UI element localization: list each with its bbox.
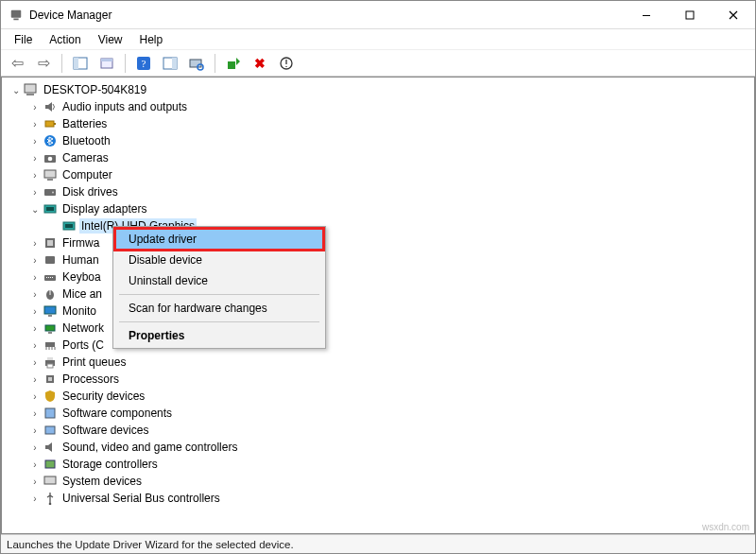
firmware-icon: [42, 235, 59, 251]
expand-icon[interactable]: ›: [28, 374, 42, 385]
toolbar: ? ✖: [1, 50, 755, 77]
context-menu-item-label: Disable device: [129, 253, 202, 267]
svg-rect-30: [65, 224, 73, 228]
tree-node-label: Sound, video and game controllers: [60, 440, 239, 455]
scan-hardware-toolbar-button[interactable]: [186, 53, 207, 74]
tree-node-swdevices[interactable]: › Software devices: [9, 422, 754, 439]
tree-node-system[interactable]: › System devices: [9, 473, 754, 490]
disable-device-toolbar-button[interactable]: ✖: [249, 53, 270, 74]
expand-icon[interactable]: ›: [28, 289, 42, 300]
svg-rect-12: [190, 60, 201, 67]
svg-rect-2: [643, 15, 650, 16]
context-menu-item-label: Properties: [129, 329, 184, 342]
svg-rect-41: [44, 306, 56, 314]
expand-icon[interactable]: ›: [28, 323, 42, 334]
menu-view[interactable]: View: [91, 31, 130, 48]
expand-icon[interactable]: ›: [28, 357, 42, 368]
expand-icon[interactable]: ›: [28, 136, 42, 147]
expand-icon[interactable]: ›: [28, 187, 42, 198]
help-toolbar-button[interactable]: ?: [133, 53, 154, 74]
tree-node-processors[interactable]: › Processors: [9, 371, 754, 388]
context-menu-disable-device[interactable]: Disable device: [115, 250, 323, 270]
expand-icon[interactable]: ›: [28, 272, 42, 283]
svg-rect-23: [44, 170, 56, 178]
menu-help[interactable]: Help: [132, 31, 171, 48]
expand-icon[interactable]: ›: [28, 442, 42, 453]
tree-node-label: Display adapters: [60, 201, 148, 216]
software-device-icon: [42, 423, 59, 438]
expand-icon[interactable]: ›: [28, 493, 42, 504]
svg-rect-1: [13, 18, 18, 20]
device-tree[interactable]: ⌄ DESKTOP-504K819 › Audio inputs and out…: [1, 77, 755, 534]
system-device-icon: [42, 474, 59, 489]
context-menu-properties[interactable]: Properties: [115, 325, 323, 346]
statusbar: Launches the Update Driver Wizard for th…: [1, 534, 755, 553]
expand-icon[interactable]: ›: [28, 408, 42, 419]
context-menu-update-driver[interactable]: Update driver: [115, 229, 323, 250]
context-menu: Update driver Disable device Uninstall d…: [112, 226, 326, 349]
maximize-button[interactable]: [668, 1, 712, 28]
context-menu-scan-hardware[interactable]: Scan for hardware changes: [115, 298, 323, 319]
port-icon: [42, 338, 59, 353]
tree-node-cameras[interactable]: › Cameras: [9, 149, 754, 166]
expand-icon[interactable]: ›: [28, 102, 42, 113]
update-driver-toolbar-button[interactable]: [223, 53, 244, 74]
tree-node-security[interactable]: › Security devices: [9, 388, 754, 405]
svg-rect-36: [48, 277, 49, 278]
tree-node-bluetooth[interactable]: › Bluetooth: [9, 132, 754, 149]
close-button[interactable]: [712, 1, 755, 28]
properties-toolbar-button[interactable]: [96, 53, 117, 74]
tree-node-displayadapters[interactable]: ⌄ Display adapters: [9, 200, 754, 217]
security-icon: [42, 389, 59, 404]
uninstall-device-toolbar-button[interactable]: [276, 53, 297, 74]
forward-button[interactable]: [33, 53, 54, 74]
action-pane-toolbar-button[interactable]: [160, 53, 180, 74]
tree-node-computer[interactable]: › Computer: [9, 166, 754, 183]
expand-icon[interactable]: ›: [28, 119, 42, 130]
expand-icon[interactable]: ›: [28, 425, 42, 436]
expand-icon[interactable]: ›: [28, 170, 42, 181]
disk-icon: [42, 184, 59, 199]
svg-rect-19: [54, 123, 56, 125]
collapse-icon[interactable]: ⌄: [28, 204, 42, 215]
app-icon: [9, 8, 24, 23]
tree-node-usb[interactable]: › Universal Serial Bus controllers: [9, 490, 754, 507]
tree-node-storage[interactable]: › Storage controllers: [9, 456, 754, 473]
computer-icon: [42, 167, 59, 182]
tree-node-label: Monito: [60, 303, 98, 319]
expand-icon[interactable]: ›: [28, 391, 42, 402]
show-hide-console-tree-button[interactable]: [70, 53, 91, 74]
sound-icon: [42, 440, 59, 455]
context-menu-uninstall-device[interactable]: Uninstall device: [115, 270, 323, 291]
expand-icon[interactable]: ›: [28, 459, 42, 470]
tree-node-printqueues[interactable]: › Print queues: [9, 354, 754, 371]
tree-root[interactable]: ⌄ DESKTOP-504K819: [9, 81, 754, 98]
back-button[interactable]: [7, 53, 27, 74]
svg-rect-35: [46, 277, 47, 278]
tree-node-swcomponents[interactable]: › Software components: [9, 405, 754, 422]
svg-rect-14: [228, 61, 235, 69]
tree-node-diskdrives[interactable]: › Disk drives: [9, 183, 754, 200]
cpu-icon: [42, 372, 59, 387]
display-adapter-icon: [42, 201, 59, 216]
collapse-icon[interactable]: ⌄: [9, 85, 23, 95]
menu-action[interactable]: Action: [42, 31, 88, 48]
expand-icon[interactable]: ›: [28, 238, 42, 249]
expand-icon[interactable]: ›: [28, 255, 42, 266]
tree-node-audio[interactable]: › Audio inputs and outputs: [9, 98, 754, 115]
menu-file[interactable]: File: [7, 31, 40, 48]
svg-rect-38: [52, 277, 53, 278]
expand-icon[interactable]: ›: [28, 340, 42, 351]
expand-icon[interactable]: ›: [28, 476, 42, 487]
tree-node-sound[interactable]: › Sound, video and game controllers: [9, 439, 754, 456]
usb-icon: [42, 491, 59, 506]
tree-node-label: Bluetooth: [60, 133, 112, 148]
tree-node-label: Firmwa: [60, 235, 101, 251]
expand-icon[interactable]: ›: [28, 306, 42, 317]
audio-icon: [42, 99, 59, 114]
battery-icon: [42, 116, 59, 131]
svg-rect-28: [46, 207, 54, 211]
minimize-button[interactable]: [625, 1, 668, 28]
tree-node-batteries[interactable]: › Batteries: [9, 115, 754, 132]
expand-icon[interactable]: ›: [28, 153, 42, 164]
